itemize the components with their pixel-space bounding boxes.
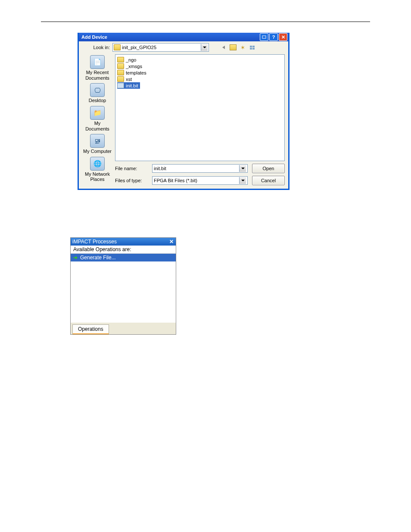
filename-value: init.bit	[154, 166, 239, 171]
cancel-button[interactable]: Cancel	[252, 176, 285, 185]
file-list[interactable]: _ngo _xmsgs templates xst init.bit	[115, 54, 285, 161]
file-icon	[117, 83, 124, 88]
pane-title: iMPACT Processes	[72, 239, 169, 245]
place-label: My Recent Documents	[82, 70, 112, 81]
computer-icon	[90, 134, 105, 148]
pane-titlebar[interactable]: iMPACT Processes ✕	[71, 238, 176, 246]
filename-label: File name:	[115, 166, 148, 171]
file-name: _ngo	[126, 57, 136, 62]
network-icon	[90, 157, 105, 171]
filename-input[interactable]: init.bit	[152, 164, 248, 173]
places-bar: My Recent Documents Desktop My Documents…	[82, 54, 112, 185]
place-label: My Documents	[82, 121, 112, 131]
list-item[interactable]: _xmsgs	[117, 63, 283, 69]
impact-processes-pane: iMPACT Processes ✕ Available Operations …	[70, 237, 176, 335]
place-network[interactable]: My Network Places	[82, 157, 112, 182]
desktop-icon	[90, 83, 105, 97]
operations-header: Available Operations are:	[71, 246, 176, 254]
dialog-titlebar[interactable]: Add Device ? ✕	[79, 33, 288, 41]
filetype-combo[interactable]: FPGA Bit Files (*.bit)	[152, 176, 248, 185]
folder-icon	[114, 44, 121, 50]
svg-rect-0	[262, 36, 266, 38]
place-computer[interactable]: My Computer	[82, 134, 112, 154]
dialog-title: Add Device	[81, 34, 259, 40]
tab-operations[interactable]: Operations	[72, 324, 109, 334]
view-menu-button[interactable]	[249, 44, 255, 51]
place-label: My Network Places	[82, 171, 112, 182]
operation-generate-file[interactable]: ➔ Generate File...	[71, 254, 176, 261]
file-name: _xmsgs	[126, 64, 142, 69]
operation-label: Generate File...	[80, 255, 116, 261]
place-documents[interactable]: My Documents	[82, 106, 112, 131]
list-item[interactable]: templates	[117, 69, 283, 76]
operations-list: ➔ Generate File...	[71, 254, 176, 323]
recent-documents-icon	[90, 55, 105, 69]
new-folder-button[interactable]: ✶	[239, 44, 246, 51]
place-label: My Computer	[82, 149, 112, 154]
close-icon[interactable]: ✕	[169, 239, 174, 244]
list-item[interactable]: xst	[117, 76, 283, 82]
folder-icon	[117, 63, 124, 69]
back-button[interactable]	[220, 44, 227, 51]
lookin-value: init_pix_GPIO25	[122, 45, 199, 50]
place-recent[interactable]: My Recent Documents	[82, 55, 112, 81]
folder-icon	[117, 70, 124, 75]
filetype-label: Files of type:	[115, 178, 148, 183]
folder-icon	[117, 57, 124, 62]
chevron-down-icon[interactable]	[239, 177, 246, 184]
file-name: init.bit	[126, 83, 138, 88]
chevron-down-icon[interactable]	[239, 165, 246, 172]
list-item-selected[interactable]: init.bit	[117, 82, 140, 89]
up-folder-button[interactable]	[230, 44, 237, 51]
chevron-down-icon[interactable]	[201, 44, 208, 51]
filetype-value: FPGA Bit Files (*.bit)	[154, 178, 239, 183]
place-desktop[interactable]: Desktop	[82, 83, 112, 103]
list-item[interactable]: _ngo	[117, 56, 283, 63]
documents-icon	[90, 106, 105, 120]
open-button[interactable]: Open	[252, 164, 285, 173]
lookin-combo[interactable]: init_pix_GPIO25	[112, 43, 209, 52]
lookin-label: Look in:	[82, 45, 110, 50]
file-name: templates	[126, 70, 146, 75]
help-button[interactable]: ?	[269, 33, 278, 41]
folder-icon	[117, 76, 124, 82]
file-name: xst	[126, 77, 132, 82]
close-button[interactable]: ✕	[279, 33, 287, 41]
header-rule	[41, 22, 370, 22]
arrow-right-icon: ➔	[73, 255, 78, 261]
restore-button[interactable]	[260, 33, 268, 41]
place-label: Desktop	[82, 98, 112, 103]
add-device-dialog: Add Device ? ✕ Look in: init_pix_GPIO25 …	[78, 33, 290, 190]
